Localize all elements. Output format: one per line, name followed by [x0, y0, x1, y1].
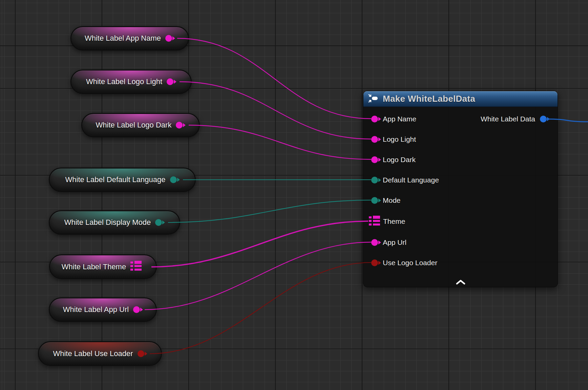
variable-node[interactable]: White Label App Name: [70, 26, 189, 51]
struct-pin-icon[interactable]: [130, 261, 142, 273]
variable-node-label: White Label Default Language: [65, 175, 166, 184]
make-whitelabeldata-node[interactable]: Make WhiteLabelData App NameLogo LightLo…: [363, 91, 558, 287]
input-pin-label: Logo Dark: [383, 156, 416, 164]
make-node-header[interactable]: Make WhiteLabelData: [363, 91, 558, 107]
struct-pin-icon[interactable]: [369, 216, 380, 228]
variable-node[interactable]: White Label Use Loader: [38, 341, 162, 366]
variable-node-label: White Label Logo Light: [86, 77, 162, 86]
input-pin[interactable]: [371, 259, 378, 266]
variable-node[interactable]: White Label Display Mode: [49, 210, 180, 235]
input-pin[interactable]: [371, 116, 378, 122]
variable-node[interactable]: White Label Theme: [49, 254, 157, 279]
variable-node-label: White Label Logo Dark: [96, 121, 172, 130]
wire[interactable]: [150, 262, 371, 354]
input-pin-row: Logo Dark: [371, 154, 416, 165]
input-pin-row: Logo Light: [371, 134, 416, 145]
variable-node-label: White Label Theme: [62, 262, 126, 271]
variable-node-label: White Label Display Mode: [64, 218, 151, 227]
input-pin-row: Use Logo Loader: [371, 257, 437, 269]
wire[interactable]: [189, 125, 371, 159]
input-pin-label: Theme: [383, 217, 405, 226]
make-node-title: Make WhiteLabelData: [383, 94, 475, 104]
blueprint-graph-canvas[interactable]: White Label App Name White Label Logo Li…: [0, 0, 588, 390]
input-pin-label: App Url: [383, 238, 406, 247]
wire[interactable]: [151, 221, 368, 267]
input-pin[interactable]: [371, 156, 378, 163]
make-struct-icon: [368, 94, 379, 104]
input-pin-label: Logo Light: [383, 135, 416, 143]
input-pin-row: App Name: [371, 113, 416, 125]
input-pin-label: App Name: [383, 115, 416, 123]
wire[interactable]: [145, 242, 371, 310]
input-pin-label: Default Language: [383, 176, 439, 184]
variable-output-pin[interactable]: [133, 306, 140, 313]
input-pin[interactable]: [371, 239, 378, 246]
chevron-up-icon[interactable]: [456, 280, 466, 285]
variable-node[interactable]: White Label App Url: [49, 297, 157, 322]
input-pin[interactable]: [371, 197, 378, 204]
input-pin-row: Default Language: [371, 174, 439, 186]
input-pin[interactable]: [371, 136, 378, 143]
variable-output-pin[interactable]: [165, 35, 172, 42]
variable-output-pin[interactable]: [155, 219, 162, 226]
variable-output-pin[interactable]: [170, 176, 177, 183]
wire[interactable]: [177, 38, 371, 119]
variable-node-label: White Label App Name: [85, 34, 161, 43]
input-pin-row: Mode: [371, 195, 401, 206]
variable-node[interactable]: White Label Default Language: [49, 168, 196, 192]
input-pin-label: Mode: [383, 196, 401, 204]
variable-node-label: White Label App Url: [63, 305, 129, 314]
wire[interactable]: [180, 82, 371, 139]
variable-output-pin[interactable]: [176, 122, 183, 129]
output-pin-label: White Label Data: [481, 115, 535, 123]
input-pin[interactable]: [371, 177, 378, 183]
variable-output-pin[interactable]: [167, 78, 173, 85]
variable-node[interactable]: White Label Logo Dark: [81, 113, 200, 137]
wire[interactable]: [168, 200, 371, 222]
variable-node-label: White Label Use Loader: [53, 349, 133, 358]
input-pin-row: App Url: [371, 237, 406, 248]
variable-output-pin[interactable]: [138, 350, 144, 357]
variable-node[interactable]: White Label Logo Light: [70, 70, 192, 94]
output-pin[interactable]: [540, 116, 547, 122]
input-pin-label: Use Logo Loader: [383, 259, 437, 267]
output-pin-row: White Label Data: [481, 113, 547, 125]
input-pin-row: Theme: [371, 216, 405, 227]
